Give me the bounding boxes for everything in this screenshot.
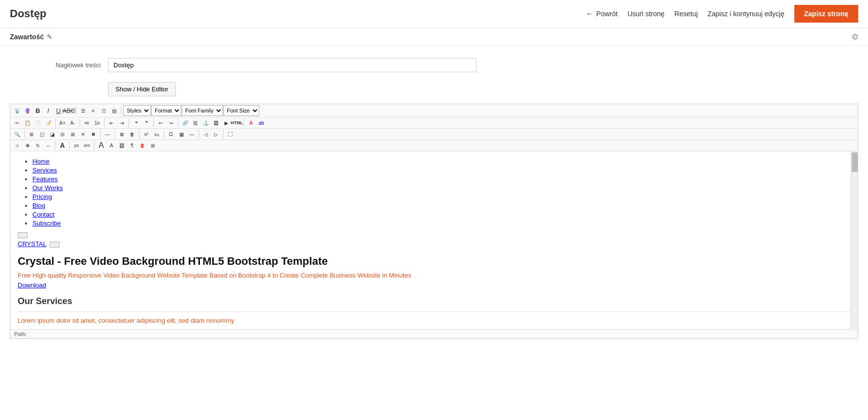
- toolbar-font-color-btn[interactable]: A: [246, 118, 256, 127]
- save-continue-button[interactable]: Zapisz i kontynuuj edycję: [707, 10, 784, 18]
- toolbar-image-btn[interactable]: 🖼: [211, 118, 221, 127]
- toolbar-next-page-btn[interactable]: ▷: [211, 130, 221, 139]
- services-heading: Our Services: [18, 296, 850, 307]
- nav-home-link[interactable]: Home: [32, 158, 50, 165]
- toolbar-del-col-btn[interactable]: ✕: [78, 130, 88, 139]
- toolbar-col-after-btn[interactable]: ◪: [47, 130, 57, 139]
- toolbar-table2-btn[interactable]: ⊞: [148, 141, 158, 150]
- toolbar-align-left-btn[interactable]: ☰: [78, 106, 88, 115]
- toolbar-fontsize-large-btn[interactable]: A: [57, 141, 67, 150]
- toolbar-justify-btn[interactable]: ▤: [109, 106, 119, 115]
- toolbar-subscript-btn[interactable]: x₂: [152, 130, 162, 139]
- font-family-select[interactable]: Font Family: [182, 105, 223, 116]
- toolbar-copy-btn[interactable]: 📋: [23, 118, 32, 127]
- toolbar-highlight-btn[interactable]: ab: [256, 118, 266, 127]
- editor-content[interactable]: Home Services Features Our Works Pricing…: [10, 151, 858, 329]
- sub-text: Free High-quality Responsive Video Backg…: [18, 272, 850, 279]
- toolbar-pixels-btn[interactable]: px: [72, 141, 82, 150]
- toolbar-font-small-btn[interactable]: A: [107, 141, 116, 150]
- toolbar-anchor-btn[interactable]: ⚓: [201, 118, 211, 127]
- toolbar-col-before-btn[interactable]: ◫: [37, 130, 47, 139]
- toolbar-magic-icon[interactable]: 🔮: [23, 106, 32, 115]
- toolbar-sep-16: [223, 130, 224, 139]
- toolbar-hline-btn[interactable]: —: [187, 130, 196, 139]
- toolbar-del-table-btn[interactable]: 🗑: [127, 130, 137, 139]
- toolbar-font-size-dec-btn[interactable]: A-: [68, 118, 78, 127]
- toolbar-cut-btn[interactable]: ✂: [12, 118, 22, 127]
- reset-link[interactable]: Resetuj: [674, 10, 698, 18]
- toolbar-italic-btn[interactable]: I: [43, 106, 53, 115]
- toolbar-sep-14: [164, 130, 164, 139]
- toolbar-paragraph-btn[interactable]: ¶: [127, 141, 137, 150]
- nav-pricing-link[interactable]: Pricing: [32, 193, 52, 200]
- toolbar-font-size-inc-btn[interactable]: A+: [57, 118, 67, 127]
- toolbar-prev-page-btn[interactable]: ◁: [201, 130, 211, 139]
- save-button[interactable]: Zapisz stronę: [794, 5, 858, 23]
- toolbar-blockquote2-btn[interactable]: ❞: [141, 118, 151, 127]
- nav-features-link[interactable]: Features: [32, 175, 57, 183]
- download-link[interactable]: Download: [18, 281, 46, 289]
- toolbar-sep-11: [100, 130, 101, 139]
- styles-select[interactable]: Styles: [123, 105, 151, 116]
- toolbar-table-btn[interactable]: ⊞: [27, 130, 36, 139]
- toolbar-undo-btn[interactable]: ↩: [156, 118, 166, 127]
- collapse-icon[interactable]: ⊙: [852, 32, 858, 41]
- toolbar-align-center-btn[interactable]: ≡: [88, 106, 98, 115]
- toolbar-paste-word-btn[interactable]: 📝: [43, 118, 53, 127]
- toolbar-ul-btn[interactable]: •≡: [82, 118, 92, 127]
- nav-blog-link[interactable]: Blog: [32, 202, 45, 209]
- toolbar-fullscreen-btn[interactable]: ⛶: [225, 130, 235, 139]
- crystal-row: CRYSTAL: [18, 240, 850, 248]
- delete-page-link[interactable]: Usuń stronę: [627, 10, 664, 18]
- toolbar-font-large-btn[interactable]: A: [96, 141, 106, 150]
- toolbar-special-char-btn[interactable]: Ω: [166, 130, 176, 139]
- crystal-link[interactable]: CRYSTAL: [18, 240, 46, 248]
- scrollbar[interactable]: [851, 151, 858, 329]
- toolbar-row-before-btn[interactable]: ⊟: [57, 130, 67, 139]
- toolbar-embed-btn[interactable]: ▦: [176, 130, 186, 139]
- show-hide-editor-button[interactable]: Show / Hide Editor: [108, 82, 176, 96]
- toolbar-del-row-btn[interactable]: ✖: [88, 130, 98, 139]
- toolbar-unlink-btn[interactable]: ⛓: [191, 118, 200, 127]
- toolbar-crop-btn[interactable]: ⊹: [12, 141, 22, 150]
- toolbar-grid-btn[interactable]: ⊠: [117, 130, 127, 139]
- toolbar-blockquote-btn[interactable]: ❝: [131, 118, 141, 127]
- toolbar-em-btn[interactable]: em: [82, 141, 92, 150]
- toolbar-sep-2: [121, 106, 121, 115]
- content-header-label: Nagłówek treści: [10, 61, 108, 69]
- toolbar-sep-9: [244, 118, 244, 127]
- toolbar-move-btn[interactable]: ✥: [23, 141, 32, 150]
- toolbar-find-btn[interactable]: 🔍: [12, 130, 22, 139]
- section-edit-icon[interactable]: ✎: [47, 33, 53, 41]
- font-size-select[interactable]: Font Size: [224, 105, 259, 116]
- toolbar-indent-btn[interactable]: ⇥: [117, 118, 127, 127]
- nav-contact-link[interactable]: Contact: [32, 211, 55, 218]
- content-header-input[interactable]: [108, 58, 476, 72]
- toolbar-bold-btn[interactable]: B: [33, 106, 43, 115]
- toolbar-rotate-btn[interactable]: ↻: [33, 141, 43, 150]
- back-link[interactable]: ← Powrót: [586, 9, 618, 18]
- toolbar-align-right-btn[interactable]: ☷: [99, 106, 109, 115]
- nav-services-link[interactable]: Services: [32, 167, 57, 174]
- toolbar-row-after-btn[interactable]: ⊞: [68, 130, 78, 139]
- toolbar-strikethrough-btn[interactable]: ABC: [64, 106, 74, 115]
- toolbar-superscript-btn[interactable]: x²: [141, 130, 151, 139]
- toolbar-flip-btn[interactable]: ↔: [43, 141, 53, 150]
- toolbar-hrule-btn[interactable]: —: [103, 130, 112, 139]
- toolbar-outdent-btn[interactable]: ⇤: [107, 118, 116, 127]
- toolbar-ol-btn[interactable]: 1≡: [92, 118, 102, 127]
- toolbar-sep-12: [114, 130, 115, 139]
- format-select[interactable]: Format: [151, 105, 181, 116]
- toolbar-rss-icon[interactable]: 📡: [12, 106, 22, 115]
- toolbar-media-btn[interactable]: ▶: [222, 118, 231, 127]
- toolbar-delete-btn[interactable]: 🗑: [138, 141, 147, 150]
- toolbar-image2-btn[interactable]: 🖼: [117, 141, 127, 150]
- toolbar-link-btn[interactable]: 🔗: [180, 118, 190, 127]
- toolbar-html-btn[interactable]: HTML: [232, 118, 242, 127]
- section-title: Zawartość: [10, 33, 44, 41]
- nav-subscribe-link[interactable]: Subscribe: [32, 220, 61, 227]
- toolbar-paste-btn[interactable]: 📄: [33, 118, 43, 127]
- nav-ourworks-link[interactable]: Our Works: [32, 184, 63, 192]
- toolbar-redo-btn[interactable]: ↪: [166, 118, 176, 127]
- scrollbar-thumb[interactable]: [852, 152, 858, 172]
